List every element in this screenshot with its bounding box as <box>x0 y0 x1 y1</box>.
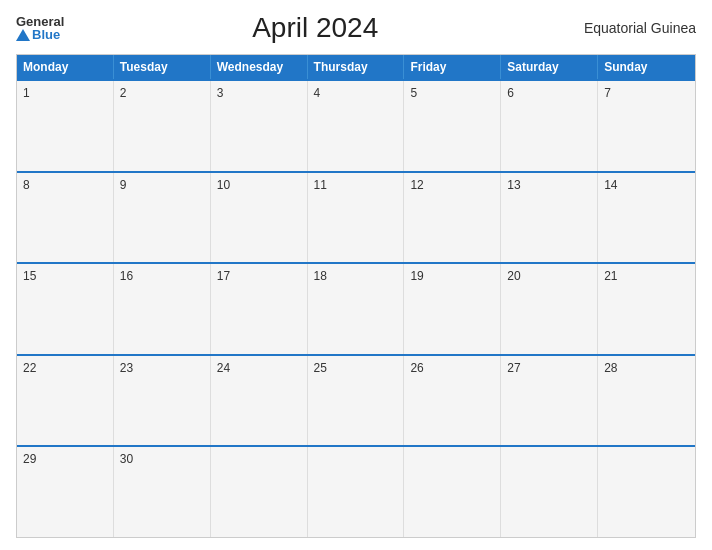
day-cell: 27 <box>501 356 598 446</box>
day-cell: 19 <box>404 264 501 354</box>
calendar-title: April 2024 <box>64 12 566 44</box>
day-cell-empty <box>598 447 695 537</box>
header-friday: Friday <box>404 55 501 79</box>
day-cell: 5 <box>404 81 501 171</box>
week-row-1: 1 2 3 4 5 6 7 <box>17 79 695 171</box>
day-cell: 22 <box>17 356 114 446</box>
day-cell: 9 <box>114 173 211 263</box>
day-cell: 17 <box>211 264 308 354</box>
day-cell: 14 <box>598 173 695 263</box>
day-cell-empty <box>404 447 501 537</box>
header: General Blue April 2024 Equatorial Guine… <box>16 12 696 44</box>
header-sunday: Sunday <box>598 55 695 79</box>
page: General Blue April 2024 Equatorial Guine… <box>0 0 712 550</box>
weeks: 1 2 3 4 5 6 7 8 9 10 11 12 13 14 15 <box>17 79 695 537</box>
day-cell: 6 <box>501 81 598 171</box>
day-cell: 15 <box>17 264 114 354</box>
day-cell: 24 <box>211 356 308 446</box>
day-cell: 26 <box>404 356 501 446</box>
calendar: Monday Tuesday Wednesday Thursday Friday… <box>16 54 696 538</box>
day-cell: 25 <box>308 356 405 446</box>
week-row-5: 29 30 <box>17 445 695 537</box>
day-cell-empty <box>308 447 405 537</box>
day-cell: 4 <box>308 81 405 171</box>
day-cell: 1 <box>17 81 114 171</box>
header-monday: Monday <box>17 55 114 79</box>
day-cell: 21 <box>598 264 695 354</box>
logo-triangle-icon <box>16 29 30 41</box>
header-wednesday: Wednesday <box>211 55 308 79</box>
day-cell-empty <box>211 447 308 537</box>
logo: General Blue <box>16 15 64 41</box>
header-thursday: Thursday <box>308 55 405 79</box>
country-label: Equatorial Guinea <box>566 20 696 36</box>
day-cell: 10 <box>211 173 308 263</box>
day-cell: 20 <box>501 264 598 354</box>
day-headers-row: Monday Tuesday Wednesday Thursday Friday… <box>17 55 695 79</box>
day-cell: 12 <box>404 173 501 263</box>
day-cell: 7 <box>598 81 695 171</box>
day-cell: 18 <box>308 264 405 354</box>
day-cell: 13 <box>501 173 598 263</box>
day-cell: 3 <box>211 81 308 171</box>
day-cell: 28 <box>598 356 695 446</box>
day-cell: 8 <box>17 173 114 263</box>
header-saturday: Saturday <box>501 55 598 79</box>
day-cell: 2 <box>114 81 211 171</box>
day-cell: 30 <box>114 447 211 537</box>
logo-blue-text: Blue <box>16 28 64 41</box>
day-cell-empty <box>501 447 598 537</box>
day-cell: 11 <box>308 173 405 263</box>
week-row-3: 15 16 17 18 19 20 21 <box>17 262 695 354</box>
day-cell: 16 <box>114 264 211 354</box>
week-row-2: 8 9 10 11 12 13 14 <box>17 171 695 263</box>
day-cell: 29 <box>17 447 114 537</box>
header-tuesday: Tuesday <box>114 55 211 79</box>
week-row-4: 22 23 24 25 26 27 28 <box>17 354 695 446</box>
day-cell: 23 <box>114 356 211 446</box>
